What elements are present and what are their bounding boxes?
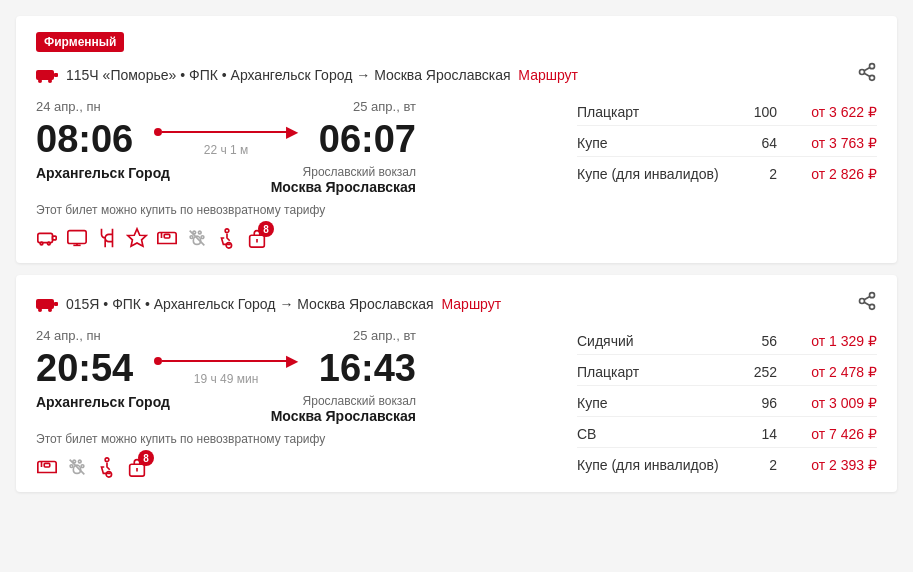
price-row-2-0: Сидячий 56 от 1 329 ₽ — [577, 328, 877, 355]
train-info-2: 015Я • ФПК • Архангельск Город → Москва … — [66, 296, 501, 312]
svg-point-5 — [860, 70, 865, 75]
svg-point-43 — [106, 472, 112, 478]
luggage-badge-2: 8 — [138, 450, 154, 466]
price-class-2-2: Купе — [577, 395, 727, 411]
duration-1: 22 ч 1 м — [204, 143, 249, 157]
price-class-1-1: Купе — [577, 135, 727, 151]
price-class-2-3: СВ — [577, 426, 727, 442]
date-label-row-1: 24 апр., пн 25 апр., вт — [36, 99, 416, 114]
route-line-1: ▶ 22 ч 1 м — [146, 122, 306, 157]
price-class-2-1: Плацкарт — [577, 364, 727, 380]
price-count-1-0: 100 — [727, 104, 777, 120]
arr-vokzal-2: Ярославский вокзал — [271, 394, 416, 408]
dep-station-2: Архангельск Город — [36, 394, 170, 424]
share-icon-2[interactable] — [857, 291, 877, 316]
route-line-bar-2: ▶ — [154, 351, 298, 370]
arr-station-1: Москва Ярославская — [271, 179, 416, 195]
price-value-2-3[interactable]: от 7 426 ₽ — [777, 426, 877, 442]
arr-vokzal-1: Ярославский вокзал — [271, 165, 416, 179]
svg-marker-16 — [128, 229, 146, 246]
train-header-1: 115Ч «Поморье» • ФПК • Архангельск Город… — [36, 62, 877, 87]
svg-point-3 — [48, 79, 52, 83]
dot-dep-1 — [154, 128, 162, 136]
amenity-bed-1 — [156, 227, 178, 249]
page-wrapper: Фирменный 115Ч «Поморье» • ФПК • Арханге… — [0, 0, 913, 508]
svg-point-39 — [70, 465, 73, 468]
price-row-2-3: СВ 14 от 7 426 ₽ — [577, 421, 877, 448]
price-value-1-2[interactable]: от 2 826 ₽ — [777, 166, 877, 182]
svg-line-7 — [864, 73, 870, 76]
price-row-2-4: Купе (для инвалидов) 2 от 2 393 ₽ — [577, 452, 877, 478]
svg-rect-17 — [164, 234, 170, 238]
arr-station-block-1: Ярославский вокзал Москва Ярославская — [271, 165, 416, 195]
share-icon-1[interactable] — [857, 62, 877, 87]
date-label-row-2: 24 апр., пн 25 апр., вт — [36, 328, 416, 343]
price-count-2-2: 96 — [727, 395, 777, 411]
price-value-2-2[interactable]: от 3 009 ₽ — [777, 395, 877, 411]
amenity-dining-1 — [96, 227, 118, 249]
dep-station-1: Архангельск Город — [36, 165, 170, 195]
route-line-2: ▶ 19 ч 49 мин — [146, 351, 306, 386]
price-row-1-0: Плацкарт 100 от 3 622 ₽ — [577, 99, 877, 126]
svg-point-19 — [198, 231, 201, 234]
route-line-bar-1: ▶ — [154, 122, 298, 141]
svg-point-42 — [105, 458, 109, 462]
price-count-2-4: 2 — [727, 457, 777, 473]
card-body-2: 24 апр., пн 25 апр., вт 20:54 ▶ 19 ч 49 … — [36, 328, 877, 478]
svg-point-31 — [870, 293, 875, 298]
to-station-short-1: Москва Ярославская — [374, 67, 510, 83]
price-row-2-2: Купе 96 от 3 009 ₽ — [577, 390, 877, 417]
svg-rect-9 — [38, 233, 53, 242]
train-name-1: «Поморье» — [103, 67, 177, 83]
dep-date-2: 24 апр., пн — [36, 328, 101, 343]
price-value-1-0[interactable]: от 3 622 ₽ — [777, 104, 877, 120]
route-link-2[interactable]: Маршрут — [441, 296, 501, 312]
price-value-2-1[interactable]: от 2 478 ₽ — [777, 364, 877, 380]
price-count-2-3: 14 — [727, 426, 777, 442]
ticket-note-2: Этот билет можно купить по невозвратному… — [36, 432, 557, 446]
price-value-2-4[interactable]: от 2 393 ₽ — [777, 457, 877, 473]
svg-rect-27 — [36, 299, 54, 309]
times-row-2: 20:54 ▶ 19 ч 49 мин 16:43 — [36, 347, 416, 390]
svg-point-29 — [38, 308, 42, 312]
train-info-1: 115Ч «Поморье» • ФПК • Архангельск Город… — [66, 67, 578, 83]
price-count-1-1: 64 — [727, 135, 777, 151]
svg-point-23 — [225, 229, 229, 233]
svg-rect-10 — [53, 236, 57, 240]
svg-point-20 — [190, 236, 193, 239]
amenity-wheelchair-1 — [216, 227, 238, 249]
price-value-2-0[interactable]: от 1 329 ₽ — [777, 333, 877, 349]
svg-rect-28 — [54, 302, 58, 306]
card-body-1: 24 апр., пн 25 апр., вт 08:06 ▶ 22 ч 1 м… — [36, 99, 877, 249]
from-station-short-1: Архангельск Город — [231, 67, 353, 83]
amenities-row-2: 8 — [36, 456, 557, 478]
right-section-2: Сидячий 56 от 1 329 ₽ Плацкарт 252 от 2 … — [577, 328, 877, 478]
amenity-train-1 — [36, 227, 58, 249]
amenity-star-1 — [126, 227, 148, 249]
price-class-1-0: Плацкарт — [577, 104, 727, 120]
svg-point-32 — [860, 299, 865, 304]
amenity-nopet-1 — [186, 227, 208, 249]
svg-rect-0 — [36, 70, 54, 80]
arr-time-1: 06:07 — [306, 118, 416, 161]
arr-date-1: 25 апр., вт — [353, 99, 416, 114]
svg-point-4 — [870, 64, 875, 69]
amenity-wheelchair-2 — [96, 456, 118, 478]
price-value-1-1[interactable]: от 3 763 ₽ — [777, 135, 877, 151]
amenity-luggage-1: 8 — [246, 227, 268, 249]
route-link-1[interactable]: Маршрут — [518, 67, 578, 83]
svg-point-30 — [48, 308, 52, 312]
operator-2: ФПК — [112, 296, 141, 312]
arr-station-block-2: Ярославский вокзал Москва Ярославская — [271, 394, 416, 424]
train-header-left-1: 115Ч «Поморье» • ФПК • Архангельск Город… — [36, 66, 578, 84]
svg-rect-1 — [54, 73, 58, 77]
train-icon-2 — [36, 295, 58, 313]
ticket-note-1: Этот билет можно купить по невозвратному… — [36, 203, 557, 217]
svg-line-8 — [864, 67, 870, 70]
train-number-1: 115Ч — [66, 67, 99, 83]
svg-point-6 — [870, 75, 875, 80]
svg-point-33 — [870, 304, 875, 309]
price-row-2-1: Плацкарт 252 от 2 478 ₽ — [577, 359, 877, 386]
svg-point-12 — [47, 242, 50, 245]
left-section-2: 24 апр., пн 25 апр., вт 20:54 ▶ 19 ч 49 … — [36, 328, 557, 478]
